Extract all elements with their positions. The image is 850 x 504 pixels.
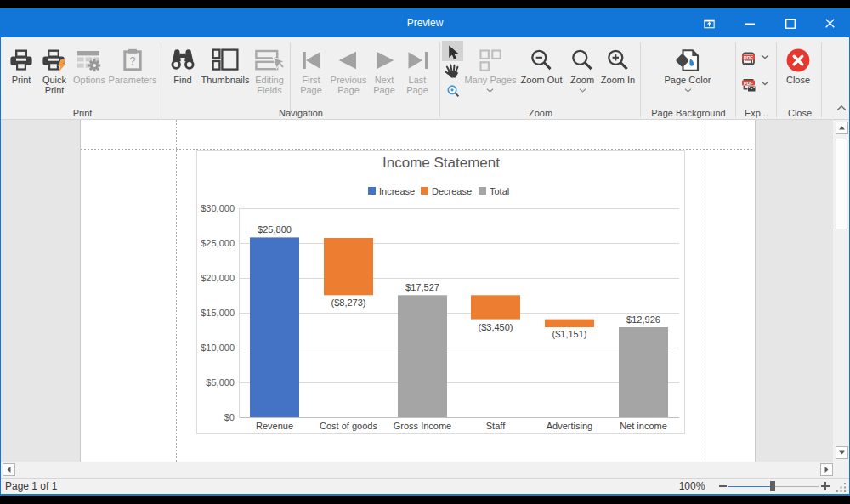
svg-text:Income Statement: Income Statement [382, 155, 500, 171]
svg-text:Decrease: Decrease [432, 186, 472, 196]
svg-text:$17,527: $17,527 [405, 282, 439, 292]
svg-text:PDF: PDF [744, 55, 753, 60]
svg-text:Cost of goods: Cost of goods [320, 421, 377, 431]
svg-text:$5,000: $5,000 [206, 377, 235, 388]
svg-text:Net income: Net income [620, 421, 667, 431]
svg-text:$30,000: $30,000 [201, 203, 235, 213]
svg-text:PDF: PDF [744, 81, 753, 86]
svg-text:($8,273): ($8,273) [332, 297, 366, 308]
svg-text:($3,450): ($3,450) [479, 322, 513, 332]
svg-text:$25,000: $25,000 [201, 238, 235, 248]
svg-text:$25,800: $25,800 [258, 224, 292, 235]
svg-text:$0: $0 [224, 412, 235, 422]
svg-text:Total: Total [490, 186, 509, 196]
svg-text:Increase: Increase [379, 186, 415, 196]
svg-text:$10,000: $10,000 [201, 343, 235, 353]
svg-text:$20,000: $20,000 [201, 273, 235, 283]
svg-text:$12,926: $12,926 [626, 314, 660, 325]
svg-text:Revenue: Revenue [256, 421, 293, 431]
svg-text:$15,000: $15,000 [201, 308, 235, 318]
svg-text:Staff: Staff [486, 421, 506, 431]
svg-text:?: ? [129, 54, 135, 67]
svg-text:Advertising: Advertising [547, 421, 592, 431]
svg-text:($1,151): ($1,151) [552, 329, 587, 339]
svg-text:Gross Income: Gross Income [394, 421, 451, 431]
